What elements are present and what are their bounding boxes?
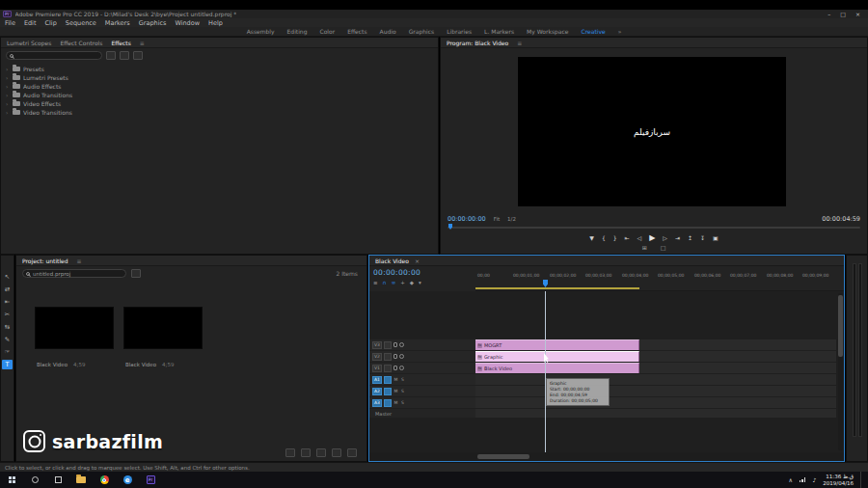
workspace-color[interactable]: Color [319, 28, 335, 35]
automate-to-sequence-icon[interactable] [285, 448, 295, 457]
volume-icon[interactable]: ♪ [812, 476, 816, 483]
taskbar-clock[interactable]: 11:36 ق.ظ 2019/04/16 [823, 474, 854, 486]
go-to-in-icon[interactable]: ⇤ [625, 234, 630, 241]
timeline-vertical-scrollbar[interactable] [838, 293, 843, 450]
timeline-clip-mogrt[interactable]: fx MOGRT [475, 339, 639, 350]
track-output-eye-icon[interactable] [399, 354, 404, 359]
minimize-button[interactable]: – [827, 11, 830, 17]
source-patch-toggle[interactable] [384, 376, 392, 384]
new-item-icon[interactable] [332, 448, 341, 457]
track-target-toggle[interactable]: A2 [372, 388, 382, 395]
effects-bin-video-transitions[interactable]: › Video Transitions [6, 108, 438, 116]
mute-toggle[interactable]: M [393, 400, 398, 405]
playback-resolution-select[interactable]: 1/2 [507, 216, 516, 222]
start-button[interactable] [0, 472, 23, 488]
track-target-toggle[interactable]: V2 [372, 353, 382, 361]
mute-toggle[interactable]: M [393, 389, 398, 393]
program-scrubber[interactable] [448, 224, 860, 230]
timeline-clip-black-video[interactable]: fx Black Video [475, 363, 639, 373]
scrubber-track[interactable] [448, 227, 860, 229]
clip-thumbnail[interactable] [35, 307, 114, 349]
add-marker-icon[interactable]: ▼ [589, 234, 594, 241]
close-icon[interactable]: × [415, 258, 420, 264]
extract-icon[interactable]: ↧ [700, 234, 705, 241]
track-master-lane[interactable] [475, 409, 836, 418]
play-button[interactable]: ▶ [649, 233, 655, 242]
workspace-creative-active[interactable]: Creative [582, 28, 606, 35]
export-frame-icon[interactable]: ▣ [713, 234, 719, 241]
chevron-right-icon[interactable]: › [6, 66, 10, 72]
find-icon[interactable] [301, 448, 311, 457]
project-search-input[interactable]: untitled.prproj [22, 269, 126, 278]
workspace-l-markers[interactable]: L. Markers [484, 28, 514, 35]
solo-toggle[interactable]: S [400, 400, 405, 405]
delete-icon[interactable] [347, 448, 357, 457]
new-bin-icon[interactable] [316, 448, 326, 457]
chrome-button[interactable] [93, 472, 116, 488]
snap-icon[interactable]: ∩ [383, 280, 387, 285]
track-target-toggle[interactable]: V3 [372, 341, 382, 349]
razor-tool[interactable]: ✂ [2, 310, 13, 319]
track-target-toggle[interactable]: A3 [372, 399, 382, 407]
track-v3-lane[interactable]: fx MOGRT [475, 339, 836, 350]
ripple-edit-tool[interactable]: ⇤ [2, 297, 13, 307]
file-explorer-button[interactable] [69, 472, 93, 488]
track-output-eye-icon[interactable] [399, 366, 404, 370]
scrollbar-thumb[interactable] [477, 454, 529, 459]
menu-clip[interactable]: Clip [44, 19, 56, 27]
clip-label[interactable]: Black Video 4;59 [125, 362, 174, 367]
add-marker-icon[interactable]: + [400, 280, 405, 285]
timeline-menu-icon[interactable]: ≡ [373, 280, 378, 285]
track-target-toggle[interactable]: A1 [372, 376, 382, 384]
menu-window[interactable]: Window [175, 19, 200, 27]
clip-label[interactable]: Black Video 4;59 [37, 362, 85, 367]
tab-effects[interactable]: Effects [111, 40, 130, 46]
show-desktop-button[interactable] [860, 472, 864, 488]
close-button[interactable]: × [855, 11, 860, 17]
menu-markers[interactable]: Markers [105, 19, 130, 27]
accelerated-effects-badge[interactable] [106, 51, 116, 60]
program-video-frame[interactable]: سربازفیلم [518, 57, 786, 206]
menu-file[interactable]: File [5, 19, 15, 27]
menu-graphics[interactable]: Graphics [139, 19, 167, 27]
pen-tool[interactable]: ✎ [2, 335, 13, 344]
track-lock-icon[interactable] [393, 342, 397, 347]
panel-menu-icon[interactable]: ≡ [77, 258, 82, 264]
tab-project[interactable]: Project: untitled [22, 258, 68, 264]
clip-thumbnail[interactable] [123, 307, 203, 349]
workspace-effects[interactable]: Effects [347, 28, 366, 35]
mute-toggle[interactable]: M [393, 377, 398, 382]
menu-help[interactable]: Help [208, 19, 223, 27]
track-lock-icon[interactable] [393, 366, 397, 370]
track-target-toggle[interactable]: V1 [372, 365, 382, 372]
effects-search-input[interactable] [6, 51, 102, 60]
go-to-out-icon[interactable]: ⇥ [675, 234, 680, 241]
workspace-overflow-chevron[interactable]: » [618, 28, 622, 35]
effects-bin-audio-effects[interactable]: › Audio Effects [6, 82, 438, 90]
track-lock-icon[interactable] [393, 354, 397, 359]
taskbar-search-button[interactable] [23, 472, 46, 488]
source-patch-toggle[interactable] [384, 388, 392, 395]
maximize-button[interactable]: □ [840, 11, 846, 17]
panel-menu-icon[interactable]: ≡ [517, 40, 522, 46]
yuv-effects-badge[interactable] [133, 51, 143, 60]
mark-out-icon[interactable]: } [613, 234, 617, 241]
workspace-graphics[interactable]: Graphics [409, 28, 435, 35]
timeline-more-icon[interactable]: ▾ [419, 280, 421, 285]
lift-icon[interactable]: ↥ [688, 234, 692, 241]
linked-selection-icon[interactable]: ∞ [392, 280, 396, 285]
scrollbar-thumb[interactable] [838, 295, 843, 357]
premiere-taskbar-button[interactable]: Pr [139, 472, 162, 488]
workspace-audio[interactable]: Audio [380, 28, 396, 35]
effects-bin-audio-transitions[interactable]: › Audio Transitions [6, 91, 438, 98]
chevron-right-icon[interactable]: › [6, 100, 10, 107]
track-a3-lane[interactable] [475, 397, 836, 408]
button-editor-icon[interactable]: □ [661, 244, 666, 254]
timeline-settings-icon[interactable]: ◆ [410, 280, 414, 285]
chevron-right-icon[interactable]: › [6, 109, 10, 116]
solo-toggle[interactable]: S [400, 377, 405, 382]
32bit-effects-badge[interactable] [120, 51, 129, 60]
track-v2-lane[interactable]: fx Graphic [475, 351, 836, 362]
track-output-eye-icon[interactable] [399, 342, 404, 347]
tab-program-monitor[interactable]: Program: Black Video [447, 40, 508, 46]
